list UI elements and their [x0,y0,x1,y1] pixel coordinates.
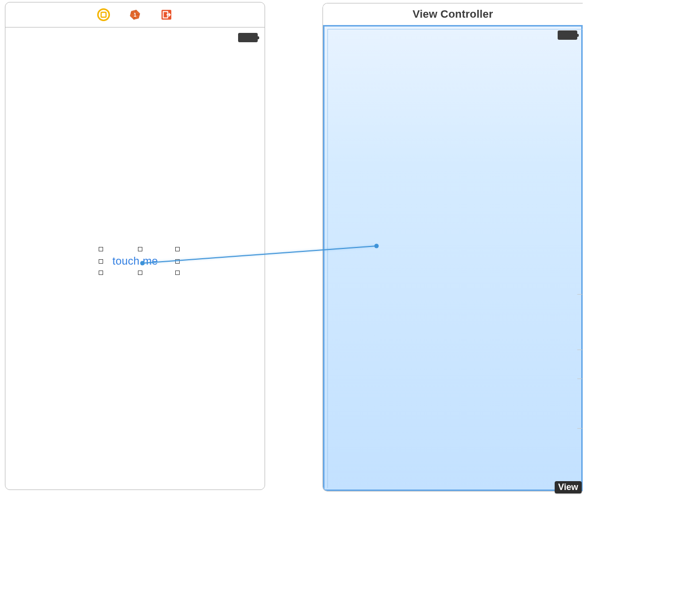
storyboard-scene-left[interactable]: 1 touch me [5,2,265,490]
storyboard-scene-right[interactable]: View Controller [323,3,583,491]
battery-icon [558,30,577,42]
panel-divider-mark [577,350,582,350]
view-tooltip-label: View [558,482,578,492]
selection-handle[interactable] [138,247,142,251]
scene-title[interactable]: View Controller [323,3,583,26]
panel-divider-mark [577,294,582,295]
touch-me-button[interactable]: touch me [112,256,158,267]
controller-root-view-selected[interactable] [323,25,583,491]
selection-handle[interactable] [175,259,180,264]
selection-handle[interactable] [99,259,103,264]
selection-handle[interactable] [138,271,142,275]
view-controller-icon[interactable] [97,8,110,21]
svg-text:1: 1 [134,12,136,18]
svg-point-0 [98,9,109,21]
selection-handle[interactable] [99,271,103,275]
panel-divider-mark [577,379,582,379]
panel-divider-mark [577,428,582,429]
exit-icon[interactable] [160,8,173,21]
scene-title-label: View Controller [413,8,493,21]
first-responder-icon[interactable]: 1 [129,8,141,21]
selection-handle[interactable] [175,271,180,275]
battery-icon [238,33,258,44]
selection-handle[interactable] [99,247,103,251]
view-tooltip-badge: View [555,481,582,493]
selection-handle[interactable] [175,247,180,251]
scene-dock: 1 [5,2,265,27]
